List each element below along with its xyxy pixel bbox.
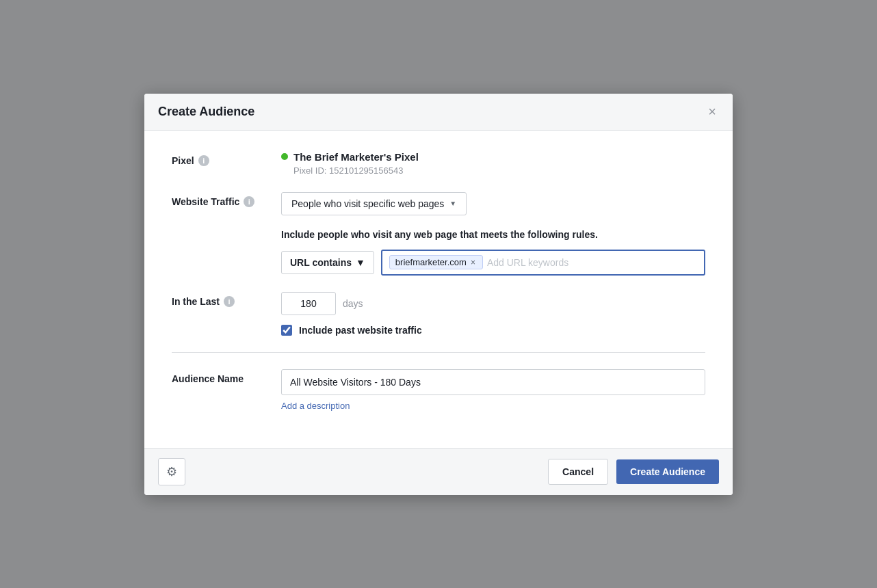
website-traffic-dropdown-arrow: ▼ [449, 200, 456, 207]
pixel-status-dot [281, 153, 288, 160]
modal-footer: ⚙ Cancel Create Audience [144, 448, 733, 495]
create-audience-button[interactable]: Create Audience [616, 459, 719, 484]
modal: Create Audience × Pixel i The Brief Mark… [144, 94, 733, 495]
footer-left: ⚙ [158, 458, 185, 485]
in-the-last-label: In the Last i [172, 292, 281, 307]
url-condition-dropdown[interactable]: URL contains ▼ [281, 251, 374, 274]
url-placeholder: Add URL keywords [487, 257, 568, 268]
url-tag: briefmarketer.com × [389, 255, 483, 269]
pixel-row: Pixel i The Brief Marketer's Pixel Pixel… [172, 151, 705, 176]
checkbox-row: Include past website traffic [281, 325, 705, 336]
in-the-last-row: In the Last i days Include past website … [172, 292, 705, 336]
in-last-row: days [281, 292, 705, 315]
pixel-name-row: The Brief Marketer's Pixel [281, 151, 419, 163]
audience-name-content: Add a description [281, 369, 705, 411]
audience-name-label: Audience Name [172, 369, 281, 384]
past-traffic-checkbox[interactable] [281, 325, 292, 336]
pixel-info-icon[interactable]: i [198, 155, 209, 166]
gear-button[interactable]: ⚙ [158, 458, 185, 485]
website-traffic-label: Website Traffic i [172, 192, 281, 207]
pixel-label: Pixel i [172, 151, 281, 166]
pixel-info: The Brief Marketer's Pixel Pixel ID: 152… [281, 151, 705, 176]
modal-title: Create Audience [158, 105, 254, 119]
divider [172, 352, 705, 353]
in-the-last-info-icon[interactable]: i [224, 296, 235, 307]
footer-right: Cancel Create Audience [548, 459, 719, 485]
audience-name-row: Audience Name Add a description [172, 369, 705, 411]
audience-name-input[interactable] [281, 369, 705, 395]
website-traffic-info-icon[interactable]: i [244, 196, 254, 207]
website-traffic-dropdown[interactable]: People who visit specific web pages ▼ [281, 192, 467, 215]
modal-header: Create Audience × [144, 94, 733, 131]
website-traffic-row: Website Traffic i People who visit speci… [172, 192, 705, 276]
website-traffic-content: People who visit specific web pages ▼ In… [281, 192, 705, 276]
close-button[interactable]: × [705, 105, 719, 118]
url-tag-remove[interactable]: × [469, 258, 477, 267]
pixel-name: The Brief Marketer's Pixel [293, 151, 419, 163]
cancel-button[interactable]: Cancel [548, 459, 608, 485]
days-label: days [343, 298, 363, 309]
url-input-area[interactable]: briefmarketer.com × Add URL keywords [381, 250, 705, 276]
modal-body: Pixel i The Brief Marketer's Pixel Pixel… [144, 131, 733, 448]
rules-description: Include people who visit any web page th… [281, 229, 705, 240]
pixel-id: Pixel ID: 152101295156543 [293, 165, 403, 176]
url-tag-value: briefmarketer.com [395, 257, 467, 267]
website-traffic-dropdown-label: People who visit specific web pages [291, 198, 444, 209]
rules-section: Include people who visit any web page th… [281, 229, 705, 276]
days-input[interactable] [281, 292, 336, 315]
url-condition-label: URL contains [290, 257, 352, 268]
add-description-link[interactable]: Add a description [281, 401, 350, 411]
url-condition-arrow: ▼ [356, 257, 365, 268]
url-rule-row: URL contains ▼ briefmarketer.com × Add U… [281, 250, 705, 276]
in-the-last-content: days Include past website traffic [281, 292, 705, 336]
past-traffic-label: Include past website traffic [299, 325, 422, 336]
modal-overlay: Create Audience × Pixel i The Brief Mark… [0, 0, 877, 588]
